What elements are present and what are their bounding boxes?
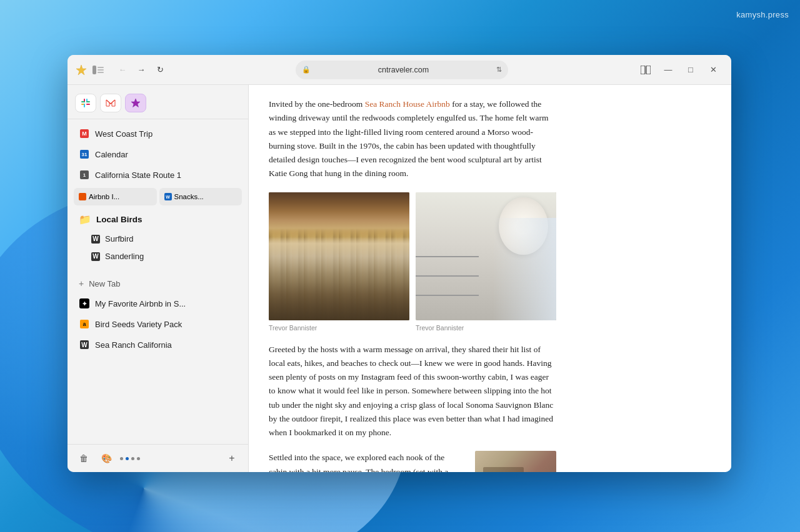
new-tab-item[interactable]: + New Tab xyxy=(71,274,244,293)
address-bar-container: 🔒 cntraveler.com ⇅ xyxy=(174,61,630,79)
sidebar-toggle-icon[interactable] xyxy=(91,63,105,77)
cabin-bedroom-image xyxy=(269,192,409,320)
svg-rect-5 xyxy=(641,66,645,74)
svg-rect-13 xyxy=(86,101,90,102)
pinned-tab-slack[interactable] xyxy=(75,94,96,112)
article-images xyxy=(269,192,556,320)
sidebar-item-sanderling[interactable]: W Sanderling xyxy=(84,248,244,265)
split-view-button[interactable] xyxy=(635,59,656,81)
title-bar-left xyxy=(75,63,105,77)
pinned-tab-starred[interactable] xyxy=(125,94,146,112)
article-body: Invited by the one-bedroom Sea Ranch Hou… xyxy=(269,97,556,472)
my-favorite-airbnb-icon: ✦ xyxy=(79,298,90,309)
svg-rect-4 xyxy=(98,72,104,73)
pagination-dots xyxy=(120,457,140,460)
sidebar-item-my-favorite-airbnb[interactable]: ✦ My Favorite Airbnb in S... xyxy=(71,293,244,313)
west-coast-trip-icon: M xyxy=(79,128,90,139)
paint-icon: 🎨 xyxy=(101,453,112,463)
article-partial-image-container xyxy=(475,451,556,472)
sidebar-footer: 🗑 🎨 + xyxy=(68,444,248,472)
new-tab-label: New Tab xyxy=(89,279,120,288)
svg-marker-0 xyxy=(76,65,86,75)
article-partial-section: Settled into the space, we explored each… xyxy=(269,451,556,472)
lock-icon: 🔒 xyxy=(302,66,311,74)
caption-left: Trevor Bannister xyxy=(269,324,409,332)
bird-seeds-label: Bird Seeds Variety Pack xyxy=(95,320,237,329)
browser-window: ← → ↻ 🔒 cntraveler.com ⇅ — □ ✕ xyxy=(68,55,731,472)
nav-buttons: ← → ↻ xyxy=(114,61,169,79)
pinned-tab-gmail[interactable] xyxy=(100,94,121,112)
add-tab-button[interactable]: + xyxy=(223,450,241,467)
gap-1 xyxy=(68,266,248,273)
close-button[interactable]: ✕ xyxy=(702,59,724,81)
sidebar-items-list: M West Coast Trip 31 Calendar xyxy=(68,121,248,444)
url-text: cntraveler.com xyxy=(314,66,492,74)
california-route-label: California State Route 1 xyxy=(95,170,237,180)
airbnb-sub-tab[interactable]: Airbnb I... xyxy=(74,188,157,205)
folder-local-birds: 📁 Local Birds W Surfbird W Sanderling xyxy=(68,209,248,265)
sea-ranch-icon: W xyxy=(79,339,90,350)
svg-rect-1 xyxy=(92,66,96,74)
west-coast-trip-label: West Coast Trip xyxy=(95,129,237,139)
title-bar-right: — □ ✕ xyxy=(635,59,724,81)
sidebar-item-bird-seeds[interactable]: a Bird Seeds Variety Pack xyxy=(71,314,244,334)
article-intro: Invited by the one-bedroom Sea Ranch Hou… xyxy=(269,97,556,181)
sidebar-item-west-coast-trip[interactable]: M West Coast Trip xyxy=(71,124,244,144)
folder-local-birds-label: Local Birds xyxy=(96,215,142,224)
folder-icon: 📁 xyxy=(79,214,91,225)
my-favorite-airbnb-label: My Favorite Airbnb in S... xyxy=(95,299,237,308)
pinned-tabs-row xyxy=(68,90,248,117)
article-partial-img xyxy=(475,451,556,472)
back-button[interactable]: ← xyxy=(114,61,131,79)
caption-row: Trevor Bannister Trevor Bannister xyxy=(269,324,556,332)
article-partial-text: Settled into the space, we explored each… xyxy=(269,451,464,472)
sidebar-item-california-route[interactable]: 1 California State Route 1 xyxy=(71,165,244,185)
surfbird-favicon: W xyxy=(91,235,100,244)
new-tab-plus-icon: + xyxy=(79,278,84,288)
address-expand-icon: ⇅ xyxy=(496,66,502,74)
article-para-3: Settled into the space, we explored each… xyxy=(269,451,464,472)
sea-ranch-favicon: W xyxy=(80,340,89,349)
divider-1 xyxy=(68,119,248,119)
cabin-shelf-image xyxy=(416,192,556,320)
svg-rect-2 xyxy=(98,67,104,68)
sanderling-label: Sanderling xyxy=(105,252,144,261)
address-bar[interactable]: 🔒 cntraveler.com ⇅ xyxy=(296,61,508,79)
bird-seeds-icon: a xyxy=(79,318,90,330)
article-para-2: Greeted by the hosts with a warm message… xyxy=(269,343,556,440)
watermark: kamysh.press xyxy=(736,10,789,19)
minimize-button[interactable]: — xyxy=(658,59,679,81)
trash-button[interactable]: 🗑 xyxy=(75,450,92,467)
calendar-icon: 31 xyxy=(79,149,90,160)
sub-tabs-row: Airbnb I... W Snacks... xyxy=(68,185,248,208)
refresh-button[interactable]: ↻ xyxy=(151,61,169,79)
folder-local-birds-header[interactable]: 📁 Local Birds xyxy=(71,209,244,230)
caption-right: Trevor Bannister xyxy=(416,324,556,332)
sidebar-item-surfbird[interactable]: W Surfbird xyxy=(84,230,244,247)
sidebar-item-sea-ranch[interactable]: W Sea Ranch California xyxy=(71,335,244,355)
sea-ranch-label: Sea Ranch California xyxy=(95,340,237,350)
title-bar: ← → ↻ 🔒 cntraveler.com ⇅ — □ ✕ xyxy=(68,55,731,85)
svg-rect-11 xyxy=(86,104,90,105)
browser-content: M West Coast Trip 31 Calendar xyxy=(68,85,731,472)
paint-button[interactable]: 🎨 xyxy=(98,450,115,467)
maximize-button[interactable]: □ xyxy=(680,59,701,81)
snacks-sub-tab[interactable]: W Snacks... xyxy=(159,188,242,205)
trash-icon: 🗑 xyxy=(79,453,88,463)
sea-ranch-airbnb-link[interactable]: Sea Ranch House Airbnb xyxy=(365,99,450,109)
california-route-icon: 1 xyxy=(79,169,90,180)
svg-rect-12 xyxy=(84,104,85,107)
svg-rect-9 xyxy=(81,101,85,102)
browser-logo-icon xyxy=(75,64,88,76)
dot-4 xyxy=(137,457,140,460)
forward-button[interactable]: → xyxy=(132,61,150,79)
svg-rect-6 xyxy=(646,66,651,74)
folder-children: W Surfbird W Sanderling xyxy=(68,230,248,265)
svg-marker-15 xyxy=(131,99,140,107)
sidebar: M West Coast Trip 31 Calendar xyxy=(68,85,249,472)
airbnb-sub-tab-label: Airbnb I... xyxy=(89,193,119,200)
calendar-label: Calendar xyxy=(95,150,237,159)
dot-1 xyxy=(120,457,123,460)
surfbird-label: Surfbird xyxy=(105,234,134,244)
sidebar-item-calendar[interactable]: 31 Calendar xyxy=(71,144,244,164)
